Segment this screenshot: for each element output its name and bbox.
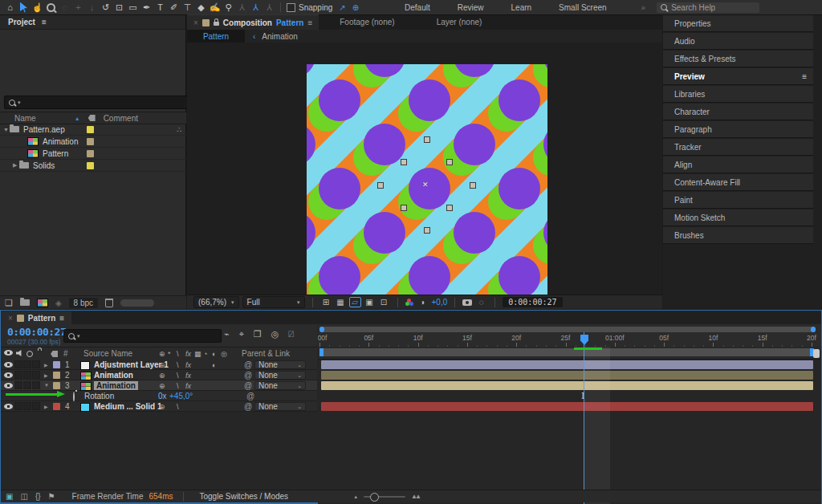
axis-mode-view-icon[interactable]: Y [262,1,276,14]
axis-mode-local-icon[interactable]: Y [235,1,249,14]
navigator-end-handle[interactable] [811,327,816,332]
workspace-tab-default[interactable]: Default [405,3,430,12]
switch-cell[interactable] [14,402,22,410]
switch-cell[interactable] [23,371,31,379]
switch-cell[interactable] [23,360,31,368]
switch-header-icon-2[interactable]: \ [177,350,179,358]
switch-header-icon-7[interactable]: ◎ [221,350,227,358]
motion-blur-icon[interactable]: ◎ [271,329,279,339]
sidebar-item-brushes[interactable]: Brushes [663,227,813,244]
panel-menu-icon[interactable]: ≡ [307,18,312,27]
sidebar-item-align[interactable]: Align [663,156,813,173]
eraser-tool-icon[interactable]: ◆ [194,1,208,14]
twirl-icon[interactable]: ▶ [13,162,19,169]
timeline-zoom-slider[interactable] [364,496,405,498]
pan-camera-tool-icon[interactable]: + [71,1,85,14]
parent-dropdown[interactable]: None⌄ [254,402,306,411]
sidebar-item-preview[interactable]: Preview≡ [663,68,813,85]
label-column-icon[interactable] [88,115,96,121]
navigator-start-handle[interactable] [319,327,324,332]
label-column-icon[interactable] [51,351,58,357]
resolution-dropdown[interactable]: Full ▾ [242,296,305,308]
twirl-icon[interactable]: ▼ [44,383,51,388]
snapping-checkbox[interactable] [287,3,295,12]
switch-cell[interactable] [14,371,22,379]
new-folder-icon[interactable] [20,299,30,306]
selection-handle[interactable] [424,227,430,234]
pickwhip-icon[interactable]: @ [244,402,252,411]
rectangle-tool-icon[interactable]: ▭ [126,1,140,14]
panel-menu-icon[interactable]: ≡ [802,72,807,81]
switch-header-icon-3[interactable]: fx [185,350,191,358]
twirl-icon[interactable]: ▶ [44,372,51,378]
exposure-icon[interactable]: ◑ [417,297,429,308]
label-color-swatch[interactable] [87,150,94,157]
layer-row-3[interactable]: ▼3Animation⊕\fx@None⌄ [1,380,317,391]
snapshot-camera-icon[interactable] [462,299,472,306]
quality-switch-icon[interactable]: \ [177,372,179,380]
sidebar-item-libraries[interactable]: Libraries [663,86,813,103]
project-row-solids[interactable]: ▶Solids [0,160,186,172]
selection-handle[interactable] [401,159,407,165]
bit-depth-button[interactable]: 8 bpc [69,298,98,308]
breadcrumb-current[interactable]: Pattern [187,30,245,43]
live-update-icon[interactable]: ◫ [20,492,27,501]
axis-mode-world-icon[interactable]: Y [249,1,262,14]
interpret-footage-icon[interactable]: ❏ [5,298,13,308]
breadcrumb-parent[interactable]: Animation [262,32,297,41]
pickwhip-icon[interactable]: @ [244,381,252,390]
sidebar-item-audio[interactable]: Audio [663,33,813,50]
selection-handle[interactable] [446,159,453,165]
switch-cell[interactable] [14,360,22,368]
pixel-aspect-icon[interactable]: ⊡ [378,297,390,308]
zoom-slider-knob[interactable] [370,493,379,502]
sidebar-item-properties[interactable]: Properties [663,15,813,32]
current-time-display[interactable]: 0:00:00:27 [7,326,66,338]
layer-row-1[interactable]: ▶1Adjustment Layer 1⊕\fx◐@None⌄ [1,360,317,370]
orbit-camera-tool-icon[interactable]: ◌ [58,1,71,14]
expand-comp-pane-icon[interactable]: ▣ [6,492,13,501]
layer-visibility-eye-icon[interactable] [4,362,13,368]
playhead-line[interactable] [584,332,584,504]
region-of-interest-icon[interactable]: ▣ [364,297,376,308]
sidebar-item-tracker[interactable]: Tracker [663,139,813,156]
label-color-swatch[interactable] [87,138,94,145]
switch-cell[interactable] [32,360,40,368]
panel-menu-icon[interactable]: ≡ [42,18,47,26]
layer-visibility-eye-icon[interactable] [4,383,13,388]
label-color-swatch[interactable] [53,372,60,379]
layer-row-2[interactable]: ▶2Animation⊕\fx@None⌄ [1,370,317,380]
switch-header-icon-1[interactable]: * [168,350,171,358]
workspace-overflow-chevron[interactable]: » [641,3,646,12]
pan-behind-tool-icon[interactable]: ⊡ [112,1,126,14]
roto-brush-tool-icon[interactable]: ✍ [208,1,222,14]
layer-bar-4[interactable] [321,402,813,411]
switch-cell[interactable] [32,371,40,379]
layer-name[interactable]: Animation [94,371,133,380]
audio-column-icon[interactable] [16,350,23,356]
twirl-icon[interactable]: ▶ [44,404,51,409]
timeline-tab[interactable]: × Pattern ≡ [1,311,71,324]
sidebar-item-content-aware-fill[interactable]: Content-Aware Fill [663,174,813,191]
label-color-swatch[interactable] [87,162,94,169]
exposure-value[interactable]: +0,0 [432,298,448,307]
layer-bar-1[interactable] [321,360,813,369]
layer-name[interactable]: Adjustment Layer 1 [94,360,169,369]
collapse-switch-icon[interactable]: ⊕ [159,361,165,369]
pickwhip-icon[interactable]: @ [246,392,254,400]
type-tool-icon[interactable]: T [153,1,167,14]
label-color-swatch[interactable] [87,126,94,133]
number-column[interactable]: # [63,349,68,358]
close-icon[interactable]: × [8,314,13,323]
anchor-point-icon[interactable]: ✕ [422,181,429,189]
quality-switch-icon[interactable]: \ [177,403,179,411]
timeline-track-area[interactable]: 0:00f05f10f15f20f25f01:00f05f10f15f20fI [318,324,821,504]
label-color-swatch[interactable] [53,361,60,368]
label-color-swatch[interactable] [53,382,60,389]
solo-column-icon[interactable] [26,351,33,357]
switch-header-icon-5[interactable]: ◔ [203,350,207,358]
adjustment-switch-icon[interactable]: ◐ [212,361,216,369]
layer-name[interactable]: Medium ... Solid 1 [94,402,161,411]
brush-tool-icon[interactable]: ✐ [167,1,181,14]
tab-footage[interactable]: Footage (none) [319,15,415,30]
